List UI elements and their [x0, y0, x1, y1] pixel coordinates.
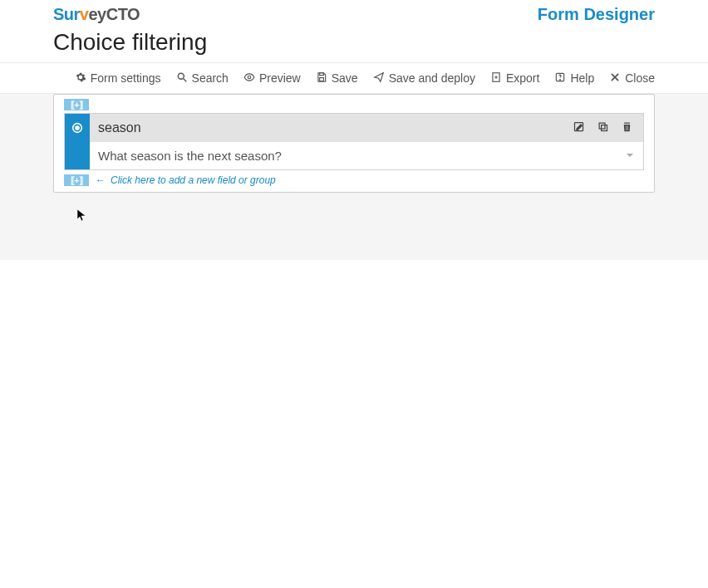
- form-settings-label: Form settings: [91, 71, 161, 85]
- svg-point-11: [76, 126, 79, 130]
- close-button[interactable]: Close: [609, 71, 655, 86]
- toolbar: Form settings Search Preview Save Save a…: [0, 62, 708, 94]
- send-icon: [373, 71, 385, 86]
- field-label: What season is the next season?: [98, 149, 282, 163]
- edit-field-button[interactable]: [573, 120, 585, 136]
- svg-rect-13: [599, 123, 605, 129]
- svg-rect-4: [319, 77, 323, 81]
- add-field-slot-top[interactable]: [64, 99, 89, 110]
- field-block[interactable]: season What season is the next seas: [64, 113, 644, 170]
- delete-field-button[interactable]: [621, 120, 633, 136]
- eye-icon: [243, 71, 255, 86]
- page-title: Choice filtering: [0, 24, 708, 62]
- help-icon: [554, 71, 566, 86]
- svg-rect-14: [602, 125, 607, 130]
- add-field-hint[interactable]: ←Click here to add a new field or group: [96, 174, 276, 186]
- close-label: Close: [625, 71, 655, 85]
- duplicate-field-button[interactable]: [597, 120, 609, 136]
- preview-label: Preview: [259, 71, 301, 85]
- export-icon: [490, 71, 502, 86]
- save-label: Save: [332, 71, 358, 85]
- close-icon: [609, 71, 621, 86]
- search-button[interactable]: Search: [176, 71, 229, 86]
- gear-icon: [75, 71, 86, 86]
- save-icon: [316, 71, 327, 86]
- export-button[interactable]: Export: [490, 71, 539, 86]
- help-button[interactable]: Help: [554, 71, 594, 86]
- svg-point-7: [560, 79, 561, 80]
- save-deploy-button[interactable]: Save and deploy: [373, 71, 475, 86]
- preview-button[interactable]: Preview: [243, 71, 301, 86]
- search-label: Search: [192, 71, 229, 85]
- help-label: Help: [570, 71, 594, 85]
- field-type-select-one-icon: [65, 114, 90, 142]
- expand-field-button[interactable]: [625, 149, 635, 163]
- logo: SurveyCTO: [53, 5, 140, 24]
- svg-point-2: [248, 76, 251, 79]
- save-button[interactable]: Save: [316, 71, 358, 86]
- add-field-slot-bottom[interactable]: [64, 174, 89, 186]
- field-type-stripe: [65, 142, 90, 169]
- svg-point-0: [178, 73, 184, 79]
- search-icon: [176, 71, 188, 86]
- svg-line-1: [183, 78, 186, 81]
- app-mode-label: Form Designer: [538, 5, 655, 24]
- form-canvas: season What season is the next seas: [53, 94, 655, 193]
- editor-area: season What season is the next seas: [0, 94, 708, 260]
- save-deploy-label: Save and deploy: [389, 71, 475, 85]
- field-name: season: [90, 114, 573, 142]
- svg-rect-3: [319, 72, 323, 75]
- form-settings-button[interactable]: Form settings: [75, 71, 161, 86]
- export-label: Export: [506, 71, 539, 85]
